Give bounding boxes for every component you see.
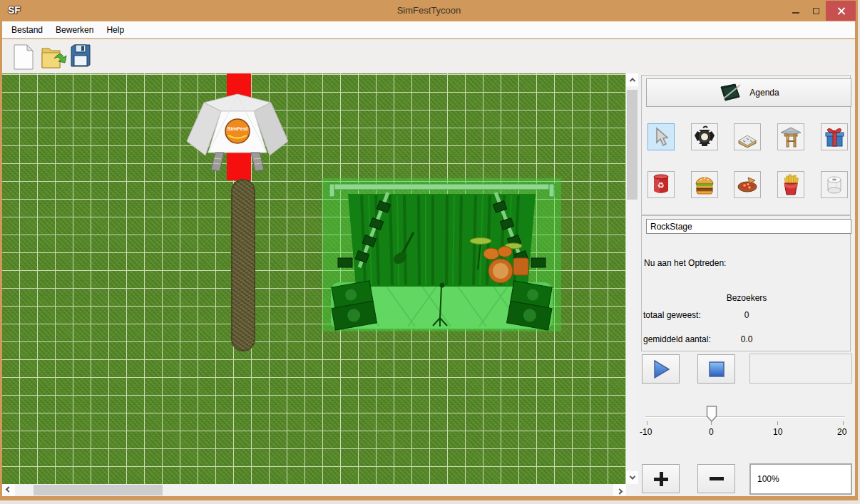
minimize-icon — [792, 12, 799, 14]
average-visitors-value: 0.0 — [642, 334, 851, 344]
chevron-right-icon — [617, 488, 623, 494]
current-act-placeholder — [749, 354, 852, 384]
menu-bestand[interactable]: Bestand — [5, 22, 49, 38]
total-visitors-value: 0 — [642, 310, 851, 320]
scroll-up-button[interactable] — [626, 73, 638, 86]
toolbar — [2, 39, 855, 73]
slider-label-max: 20 — [837, 427, 846, 437]
chevron-left-icon — [6, 486, 11, 492]
gate-icon — [779, 125, 803, 148]
zoom-in-button[interactable] — [642, 464, 680, 493]
close-icon — [837, 7, 845, 15]
save-button[interactable] — [70, 44, 91, 69]
trash-bin-tool-button[interactable]: ♻ — [647, 171, 675, 198]
agenda-label: Agenda — [749, 88, 779, 98]
tent-logo-text: SimFest — [227, 125, 248, 132]
maximize-button[interactable] — [806, 1, 826, 21]
slider-label-zero: 0 — [709, 427, 714, 437]
slider-tick — [843, 421, 844, 425]
chevron-up-icon — [629, 78, 635, 83]
new-file-icon — [13, 44, 34, 70]
horizontal-scrollbar[interactable] — [2, 484, 626, 496]
rock-stage[interactable] — [322, 178, 561, 331]
svg-text:♻: ♻ — [657, 181, 665, 190]
menu-help[interactable]: Help — [100, 22, 130, 38]
slider-tick — [647, 421, 647, 425]
fries-icon — [780, 173, 802, 196]
chevron-down-icon — [629, 473, 635, 479]
menu-bar: Bestand Bewerken Help — [2, 21, 855, 38]
save-icon — [70, 44, 91, 67]
spotlight-stage-tool-button[interactable] — [691, 123, 718, 150]
minimize-button[interactable] — [786, 1, 806, 21]
dirt-path[interactable] — [231, 179, 255, 351]
slider-label-min: -10 — [640, 427, 652, 437]
festival-map[interactable]: SimFest — [2, 73, 626, 484]
burger-stand-tool-button[interactable] — [691, 171, 718, 198]
scroll-down-button[interactable] — [626, 471, 638, 484]
stage-truss — [329, 184, 554, 190]
pizza-stand-tool-button[interactable] — [734, 171, 761, 198]
plus-icon — [654, 472, 668, 486]
horizontal-scroll-thumb[interactable] — [34, 485, 163, 495]
visitors-header: Bezoekers — [642, 293, 851, 303]
stop-button[interactable] — [697, 354, 735, 384]
open-folder-icon — [40, 44, 67, 70]
slider-thumb[interactable] — [706, 406, 717, 424]
spotlight-icon — [693, 125, 716, 148]
title-bar[interactable]: SF SimFestTycoon — [0, 0, 858, 21]
minus-icon — [710, 477, 724, 480]
play-icon — [651, 359, 671, 379]
vertical-scroll-thumb[interactable] — [627, 90, 638, 200]
open-button[interactable] — [40, 44, 67, 72]
maximize-icon — [813, 8, 819, 14]
scroll-left-button[interactable] — [2, 484, 15, 496]
toilet-paper-icon — [824, 174, 845, 195]
scroll-right-button[interactable] — [613, 484, 626, 496]
pizza-icon — [735, 175, 759, 195]
play-button[interactable] — [642, 354, 680, 384]
road-tool-button[interactable] — [734, 123, 761, 150]
vertical-scrollbar[interactable] — [626, 73, 638, 484]
toilet-tool-button[interactable] — [821, 171, 848, 198]
rating-slider-track[interactable] — [645, 416, 845, 418]
stage-name-input[interactable] — [646, 219, 851, 234]
slider-tick — [777, 421, 778, 425]
fries-stand-tool-button[interactable] — [777, 171, 804, 198]
tent-legs — [211, 153, 264, 171]
stop-icon — [708, 361, 725, 378]
cursor-icon — [652, 127, 670, 147]
now-performing-label: Nu aan het Optreden: — [644, 258, 726, 268]
trash-bin-icon: ♻ — [650, 173, 672, 196]
gate-tool-button[interactable] — [777, 123, 804, 150]
zoom-level-field[interactable] — [749, 463, 852, 495]
window-controls — [786, 1, 856, 21]
stage-info-group: Nu aan het Optreden: Bezoekers totaal ge… — [641, 215, 851, 351]
scrollbar-corner — [626, 484, 638, 496]
side-panel: Agenda — [638, 73, 855, 496]
agenda-book-icon — [718, 83, 742, 103]
new-file-button[interactable] — [13, 44, 34, 72]
app-window: SF SimFestTycoon Bestand Bewerken Help — [0, 0, 858, 500]
entrance-tent[interactable]: SimFest — [184, 87, 291, 173]
burger-icon — [693, 174, 716, 195]
tools-group: Agenda — [641, 75, 851, 215]
select-tool-button[interactable] — [647, 123, 675, 150]
agenda-button[interactable]: Agenda — [646, 78, 851, 107]
gift-shop-tool-button[interactable] — [821, 123, 848, 150]
road-tile-icon — [736, 125, 759, 148]
slider-label-ten: 10 — [773, 427, 782, 437]
zoom-out-button[interactable] — [697, 464, 735, 493]
window-title: SimFestTycoon — [0, 5, 858, 16]
close-button[interactable] — [826, 1, 856, 21]
gift-icon — [822, 125, 846, 149]
menu-bewerken[interactable]: Bewerken — [49, 22, 100, 38]
